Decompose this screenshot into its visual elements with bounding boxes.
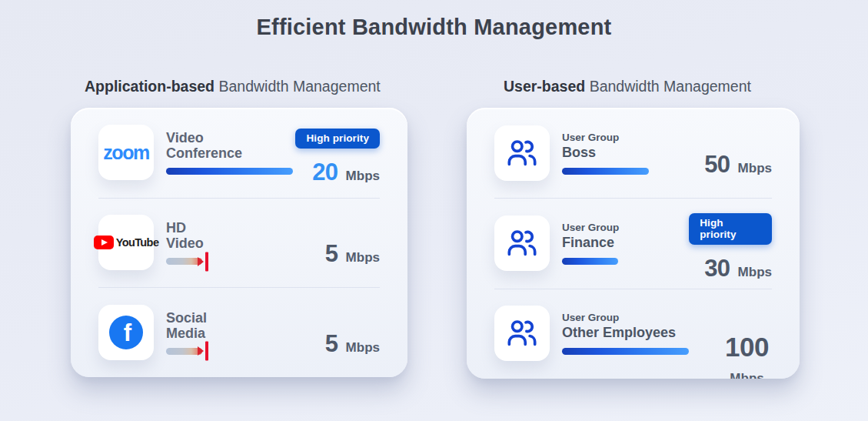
- application-panel-heading: Application-based Bandwidth Management: [85, 78, 381, 95]
- bandwidth-value: 5: [325, 240, 338, 268]
- application-panel-heading-bold: Application-based: [85, 78, 215, 95]
- high-priority-badge: High priority: [295, 129, 380, 149]
- bandwidth-unit: Mbps: [738, 161, 772, 176]
- bandwidth-management-infographic: Efficient Bandwidth Management Applicati…: [0, 0, 868, 421]
- user-group-name: Finance: [562, 235, 689, 251]
- app-label: HD Video: [166, 220, 295, 251]
- bandwidth-value: 30: [704, 255, 730, 282]
- youtube-logo-text: YouTube: [116, 236, 159, 249]
- user-row-boss: User Group Boss 50 Mbps: [467, 108, 800, 198]
- youtube-play-icon: [94, 236, 114, 249]
- app-row-hd-video: YouTube HD Video 5 Mbps: [71, 198, 407, 288]
- bandwidth-value: 50: [704, 151, 730, 179]
- user-panel-heading-rest: Bandwidth Management: [585, 78, 751, 95]
- bandwidth-bar: [166, 168, 293, 175]
- bandwidth-bar: [562, 348, 689, 355]
- page-title: Efficient Bandwidth Management: [0, 15, 868, 40]
- bandwidth-bar: [562, 258, 618, 265]
- user-group-eyebrow: User Group: [562, 132, 691, 143]
- user-group-icon: [494, 306, 550, 361]
- bandwidth-limit-marker: [205, 252, 208, 271]
- user-group-name: Other Employees: [562, 325, 691, 341]
- user-panel-heading-bold: User-based: [504, 78, 585, 95]
- app-label: Video Conference: [166, 130, 295, 161]
- bandwidth-unit: Mbps: [730, 371, 763, 379]
- user-row-other-employees: User Group Other Employees 100 Mbps: [467, 289, 800, 379]
- user-group-eyebrow: User Group: [562, 312, 691, 323]
- zoom-logo-text: zoom: [103, 142, 148, 164]
- svg-text:f: f: [124, 319, 132, 346]
- application-panel-heading-rest: Bandwidth Management: [215, 78, 381, 95]
- app-row-video-conference: zoom Video Conference High priority 20 M…: [71, 108, 407, 198]
- bandwidth-bar-limited: [166, 348, 202, 355]
- facebook-logo: f: [98, 305, 154, 360]
- facebook-logo-icon: f: [108, 315, 144, 350]
- user-group-icon: [494, 125, 550, 181]
- zoom-logo: zoom: [98, 125, 154, 180]
- bandwidth-bar: [562, 168, 649, 175]
- bandwidth-value: 100: [725, 332, 769, 363]
- bandwidth-unit: Mbps: [346, 340, 380, 356]
- user-based-card: User Group Boss 50 Mbps: [467, 108, 800, 379]
- app-label: Social Media: [166, 310, 295, 341]
- bandwidth-value: 20: [312, 159, 338, 186]
- bandwidth-unit: Mbps: [346, 169, 380, 184]
- bandwidth-bar-limited: [166, 258, 202, 265]
- user-group-eyebrow: User Group: [562, 222, 689, 233]
- user-group-icon: [494, 216, 550, 271]
- application-based-card: zoom Video Conference High priority 20 M…: [71, 108, 407, 377]
- bandwidth-unit: Mbps: [346, 250, 380, 266]
- user-row-finance: User Group Finance High priority 30 Mbps: [467, 198, 800, 288]
- bandwidth-value: 5: [325, 330, 338, 358]
- user-group-name: Boss: [562, 145, 691, 161]
- bandwidth-limit-marker: [205, 342, 208, 361]
- youtube-logo: YouTube: [98, 215, 154, 270]
- user-panel-heading: User-based Bandwidth Management: [504, 78, 751, 95]
- high-priority-badge: High priority: [689, 213, 772, 245]
- app-row-social-media: f Social Media 5 Mbps: [71, 287, 407, 377]
- bandwidth-unit: Mbps: [738, 265, 772, 280]
